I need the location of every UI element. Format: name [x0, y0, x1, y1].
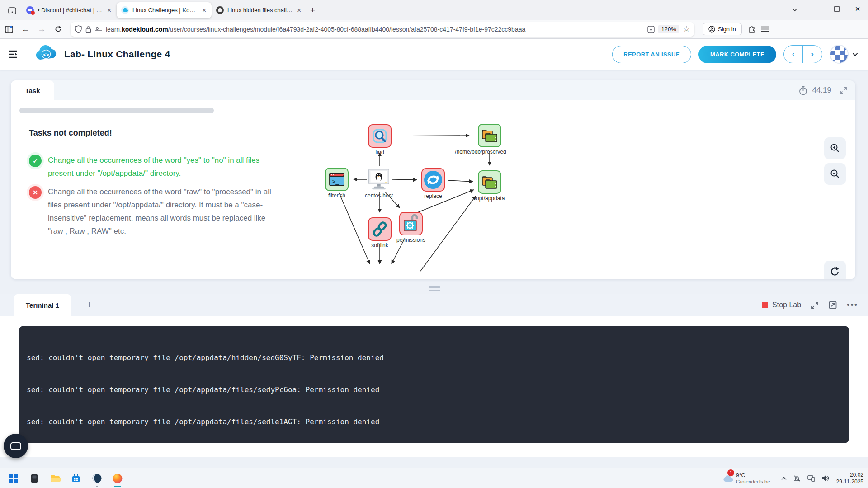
tab-list-chevron-icon[interactable]	[792, 5, 798, 14]
browser-nav-bar: ← → learn.kodekloud.com/user/courses/lin…	[0, 20, 868, 39]
diagram-node-find: find	[368, 124, 411, 155]
sign-in-label: Sign in	[718, 26, 736, 33]
stop-lab-label: Stop Lab	[772, 301, 801, 309]
diagram-node-permissions: permissions	[399, 212, 443, 243]
sidebar-icon[interactable]	[2, 23, 16, 36]
url-text: learn.kodekloud.com/user/courses/linux-c…	[106, 26, 644, 33]
task-text: Change all the occurrences of the word "…	[48, 154, 275, 180]
extensions-icon[interactable]	[748, 25, 756, 33]
task-content: Tasks not completed! ✓ Change all the oc…	[11, 100, 855, 279]
browser-tab-strip: • Discord | #chit-chat | Kevin Po × Linu…	[0, 0, 868, 20]
device-icon[interactable]	[807, 475, 815, 482]
taskbar-clock[interactable]: 20:02 29-11-2025	[836, 472, 864, 485]
panel-divider	[284, 109, 284, 267]
permissions-icon[interactable]	[95, 26, 102, 33]
new-terminal-button[interactable]: +	[86, 299, 92, 311]
timer-value: 44:19	[812, 86, 831, 95]
lock-icon[interactable]	[85, 26, 91, 33]
lesson-nav: ‹ ›	[783, 45, 822, 63]
task-panel: Task 44:19 Tasks not completed! ✓ Change…	[11, 80, 855, 279]
tab-discord[interactable]: • Discord | #chit-chat | Kevin Po ×	[22, 2, 117, 18]
open-in-new-icon[interactable]	[829, 301, 837, 309]
tab-task[interactable]: Task	[11, 80, 54, 100]
scrollbar-thumb[interactable]	[19, 108, 214, 113]
tab-terminal-1[interactable]: Terminal 1	[14, 294, 71, 316]
weather-temp: 9°C	[736, 472, 774, 479]
replace-icon	[421, 168, 445, 192]
start-button[interactable]	[5, 469, 23, 488]
zoom-out-icon	[830, 169, 840, 179]
lab-timer: 44:19	[799, 86, 847, 95]
discord-favicon	[26, 6, 34, 14]
volume-icon[interactable]	[822, 475, 830, 482]
collapse-menu-icon[interactable]	[8, 50, 18, 58]
tab-title: Linux hidden files challenge	[227, 7, 292, 14]
tab-title: Linux Challenges | KodeKloud	[132, 7, 198, 14]
minimize-button[interactable]	[806, 0, 826, 18]
account-chevron-icon[interactable]	[852, 52, 858, 56]
forward-button[interactable]: →	[34, 23, 49, 36]
bookmark-star-icon[interactable]: ☆	[683, 24, 690, 34]
close-button[interactable]: ×	[847, 0, 868, 18]
terminal-script-icon: >_	[325, 168, 349, 191]
terminal-section: Terminal 1 + Stop Lab ••• sed: couldn't …	[0, 294, 868, 457]
new-tab-button[interactable]: +	[307, 5, 319, 15]
clock-time: 20:02	[836, 472, 864, 479]
report-issue-button[interactable]: REPORT AN ISSUE	[612, 46, 691, 63]
terminal-more-menu[interactable]: •••	[847, 300, 858, 310]
prev-lesson-button[interactable]: ‹	[784, 46, 803, 63]
microsoft-store-button[interactable]	[67, 469, 85, 488]
window-controls: ×	[806, 0, 868, 18]
kodekloud-logo[interactable]: <>	[34, 43, 58, 65]
zoom-in-button[interactable]	[824, 137, 846, 159]
lab-diagram: find /home/bob/preserved >_ filter.sh ce…	[307, 108, 542, 277]
refresh-icon	[830, 267, 840, 277]
tab-hidden-files[interactable]: Linux hidden files challenge ×	[212, 2, 307, 18]
check-icon: ✓	[29, 155, 42, 167]
tab-kodekloud[interactable]: Linux Challenges | KodeKloud ×	[117, 2, 212, 18]
zoom-level-badge[interactable]: 120%	[658, 25, 679, 33]
diagram-node-replace: replace	[421, 168, 465, 199]
floating-layout-button[interactable]	[4, 434, 28, 458]
stop-lab-button[interactable]: Stop Lab	[762, 301, 801, 309]
expand-panel-icon[interactable]	[840, 87, 847, 94]
weather-widget[interactable]: 1 9°C Grotendeels be...	[723, 472, 774, 485]
panel-resize-handle[interactable]	[429, 286, 440, 291]
zoom-in-icon	[830, 143, 840, 153]
save-page-icon[interactable]	[647, 26, 655, 33]
url-bar[interactable]: learn.kodekloud.com/user/courses/linux-c…	[71, 22, 694, 37]
file-explorer-button[interactable]	[46, 469, 64, 488]
taskbar-app-round[interactable]	[88, 469, 106, 488]
tray-chevron-icon[interactable]	[781, 477, 787, 480]
terminal-output[interactable]: sed: couldn't open temporary file /opt/a…	[19, 326, 849, 443]
firefox-button[interactable]	[108, 469, 127, 488]
taskbar-app-dark[interactable]	[25, 469, 43, 488]
menu-icon[interactable]	[761, 26, 769, 32]
sign-in-button[interactable]: Sign in	[703, 23, 742, 35]
zoom-out-button[interactable]	[824, 163, 846, 185]
task-tab-row: Task 44:19	[11, 80, 855, 100]
tab-close-icon[interactable]: ×	[296, 6, 302, 14]
sidebar-rail	[0, 39, 26, 70]
back-button[interactable]: ←	[18, 23, 33, 36]
diagram-node-preserved: /home/bob/preserved	[478, 124, 512, 155]
tab-close-icon[interactable]: ×	[106, 6, 112, 14]
mark-complete-button[interactable]: MARK COMPLETE	[698, 46, 776, 63]
next-lesson-button[interactable]: ›	[803, 46, 822, 63]
task-item-completed: ✓ Change all the occurrences of the word…	[29, 154, 275, 180]
do-not-disturb-icon[interactable]	[793, 475, 801, 482]
tab-close-icon[interactable]: ×	[201, 6, 207, 14]
find-icon	[368, 124, 392, 148]
folders-icon	[478, 170, 501, 194]
firefox-view-icon[interactable]	[5, 4, 19, 18]
url-domain: kodekloud.com	[122, 26, 168, 33]
stopwatch-icon	[799, 86, 807, 95]
avatar[interactable]	[830, 45, 849, 64]
firefox-icon	[112, 473, 123, 484]
shield-icon[interactable]	[75, 25, 82, 33]
reset-diagram-button[interactable]	[824, 261, 846, 279]
reload-button[interactable]	[51, 23, 65, 36]
tab-separator	[79, 300, 79, 310]
fullscreen-terminal-icon[interactable]	[811, 301, 819, 309]
maximize-button[interactable]	[826, 0, 847, 18]
